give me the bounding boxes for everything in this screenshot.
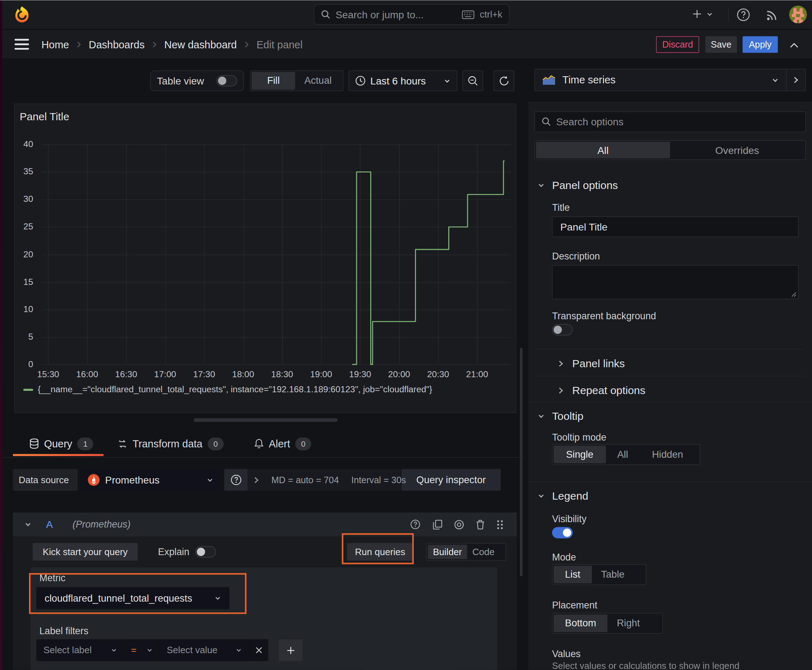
visualization-picker[interactable]: Time series xyxy=(534,69,806,91)
mode-table[interactable]: Table xyxy=(592,566,634,584)
save-button[interactable]: Save xyxy=(705,36,737,52)
repeat-options-title: Repeat options xyxy=(572,384,645,397)
breadcrumb-home[interactable]: Home xyxy=(42,39,69,51)
menu-icon[interactable] xyxy=(14,38,29,50)
options-divider xyxy=(528,481,812,482)
expand-chevron-icon[interactable] xyxy=(254,476,259,484)
placement-right[interactable]: Right xyxy=(608,614,649,632)
operator-dropdown[interactable]: = xyxy=(125,639,160,661)
tab-query[interactable]: Query 1 xyxy=(29,436,93,451)
query-ref-id: A xyxy=(46,519,53,530)
apply-button[interactable]: Apply xyxy=(742,36,778,52)
table-view-control[interactable]: Table view xyxy=(150,71,244,91)
query-row-header[interactable]: A (Prometheus) xyxy=(13,513,517,536)
trash-icon[interactable] xyxy=(476,519,485,529)
options-divider xyxy=(534,376,806,376)
refresh-button[interactable] xyxy=(493,71,514,91)
time-range-picker[interactable]: Last 6 hours xyxy=(348,71,457,91)
add-button[interactable] xyxy=(692,9,713,19)
zoom-out-button[interactable] xyxy=(463,71,483,91)
grafana-logo[interactable] xyxy=(14,6,30,24)
builder-option[interactable]: Builder xyxy=(428,545,467,559)
remove-filter-button[interactable] xyxy=(249,639,268,661)
description-label: Description xyxy=(552,250,600,262)
tab-transform-data[interactable]: Transform data 0 xyxy=(117,436,224,451)
news-rss-icon[interactable] xyxy=(765,8,778,22)
visibility-toggle[interactable] xyxy=(552,527,573,538)
description-textarea[interactable] xyxy=(552,265,798,299)
global-search[interactable]: Search or jump to... ctrl+k xyxy=(314,4,510,25)
legend-label: {__name__="cloudflared_tunnel_total_requ… xyxy=(38,385,432,395)
fill-option[interactable]: Fill xyxy=(252,72,295,90)
duplicate-icon[interactable] xyxy=(433,519,442,529)
fill-actual-switch: Fill Actual xyxy=(250,71,343,91)
options-tab-all[interactable]: All xyxy=(536,142,670,158)
options-tab-overrides[interactable]: Overrides xyxy=(670,142,805,158)
mode-label: Mode xyxy=(552,552,576,563)
search-icon xyxy=(321,10,331,19)
help-icon[interactable] xyxy=(736,8,751,22)
chart-legend-item[interactable]: {__name__="cloudflared_tunnel_total_requ… xyxy=(23,385,432,395)
keyboard-icon xyxy=(462,10,475,19)
datasource-label: Data source xyxy=(19,475,69,485)
transparent-bg-toggle[interactable] xyxy=(552,324,573,335)
repeat-options-header[interactable]: Repeat options xyxy=(558,384,645,397)
datasource-help-button[interactable] xyxy=(224,469,248,491)
series-line xyxy=(14,104,515,413)
mode-list[interactable]: List xyxy=(554,566,592,584)
query-inspector-button[interactable]: Query inspector xyxy=(401,469,501,491)
vertical-scrollbar[interactable] xyxy=(520,348,522,576)
kickstart-button[interactable]: Kick start your query xyxy=(32,543,138,560)
tooltip-header[interactable]: Tooltip xyxy=(537,410,583,423)
select-value-dropdown[interactable]: Select value xyxy=(159,639,249,661)
chevron-down-icon xyxy=(771,76,779,83)
screen-left-edge xyxy=(0,0,2,670)
add-filter-button[interactable] xyxy=(278,639,303,661)
collapse-up-icon[interactable] xyxy=(788,39,800,51)
tooltip-hidden[interactable]: Hidden xyxy=(639,446,696,463)
horizontal-resize-handle[interactable] xyxy=(194,418,337,422)
tab-transform-count: 0 xyxy=(208,437,224,450)
chevron-down-icon xyxy=(444,77,451,84)
discard-button[interactable]: Discard xyxy=(656,36,699,52)
drag-handle-icon[interactable] xyxy=(497,519,503,529)
breadcrumb-bar: Home Dashboards New dashboard Edit panel… xyxy=(0,30,812,59)
tab-alert[interactable]: Alert 0 xyxy=(254,436,311,451)
legend-placement-switch: Bottom Right xyxy=(552,613,663,634)
options-search[interactable]: Search options xyxy=(534,111,806,132)
collapse-chevron-icon[interactable] xyxy=(24,521,32,528)
breadcrumb-new-dashboard[interactable]: New dashboard xyxy=(164,39,237,51)
explain-label: Explain xyxy=(158,546,190,558)
time-series-chart[interactable]: 051015202530354015:3016:0016:3017:0017:3… xyxy=(14,104,515,413)
code-option[interactable]: Code xyxy=(467,545,500,559)
tooltip-mode-switch: Single All Hidden xyxy=(552,444,700,465)
visibility-label: Visibility xyxy=(552,514,587,525)
query-stats-bar: MD = auto = 704 Interval = 30s xyxy=(247,469,401,491)
timeseries-viz-icon xyxy=(542,75,556,85)
datasource-picker[interactable]: Prometheus xyxy=(81,469,220,491)
plus-icon xyxy=(692,9,702,19)
query-help-icon[interactable] xyxy=(410,519,421,530)
toggle-pane-button[interactable] xyxy=(786,69,805,91)
placement-bottom[interactable]: Bottom xyxy=(554,614,608,632)
panel-title-input[interactable]: Panel Title xyxy=(552,217,798,237)
disable-query-icon[interactable] xyxy=(454,519,464,529)
panel-options-header[interactable]: Panel options xyxy=(537,179,618,191)
time-range-label: Last 6 hours xyxy=(370,75,439,86)
legend-header[interactable]: Legend xyxy=(537,490,588,502)
options-divider xyxy=(534,349,806,349)
avatar[interactable] xyxy=(789,6,807,23)
actual-option[interactable]: Actual xyxy=(295,72,341,90)
select-label-dropdown[interactable]: Select label xyxy=(36,639,125,661)
panel-links-header[interactable]: Panel links xyxy=(558,357,625,370)
breadcrumb-dashboards[interactable]: Dashboards xyxy=(89,39,145,51)
tooltip-all[interactable]: All xyxy=(606,446,639,463)
clock-icon xyxy=(355,76,366,86)
table-view-toggle[interactable] xyxy=(217,75,237,86)
chevron-down-icon xyxy=(207,476,214,483)
explain-toggle[interactable] xyxy=(195,546,216,558)
database-icon xyxy=(29,438,39,449)
tab-transform-label: Transform data xyxy=(132,438,202,450)
tooltip-single[interactable]: Single xyxy=(554,446,606,463)
chevron-down-icon xyxy=(236,647,242,653)
